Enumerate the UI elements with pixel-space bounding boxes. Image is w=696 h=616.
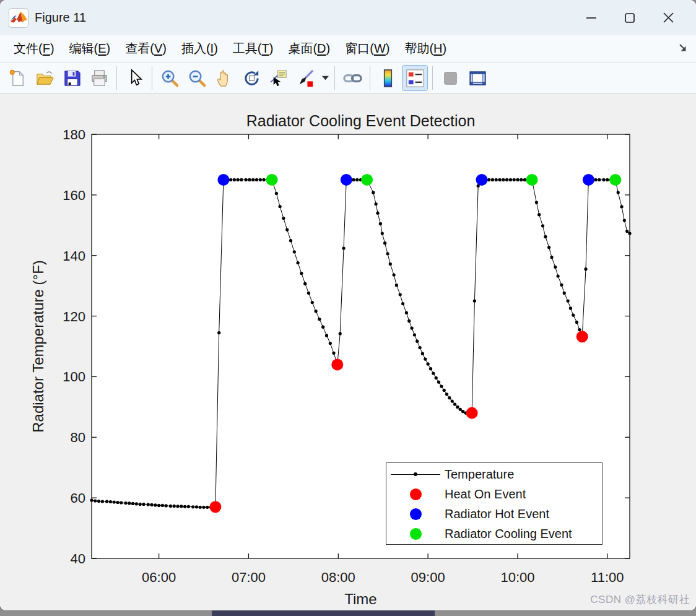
maximize-icon [624,12,635,24]
y-tick-label: 160 [63,188,85,203]
menu-item-7[interactable]: 帮助(H) [397,39,454,58]
legend-entry-2: Radiator Hot Event [386,504,602,524]
toolbar-separator [152,66,152,90]
legend-label: Radiator Hot Event [445,507,549,521]
menu-bar: 文件(F)编辑(E)查看(V)插入(I)工具(T)桌面(D)窗口(W)帮助(H) [0,35,696,63]
insert-legend-icon[interactable] [402,65,428,91]
legend-entry-3: Radiator Cooling Event [386,524,602,544]
menu-item-3[interactable]: 插入(I) [174,39,225,58]
menu-item-2[interactable]: 查看(V) [118,39,174,58]
toolbar-separator [370,66,370,90]
pan-icon[interactable] [211,65,237,91]
x-tick-label: 06:00 [142,570,176,585]
edit-plot-cursor-icon[interactable] [121,65,147,91]
save-figure-icon[interactable] [59,65,85,91]
hide-plot-tools-icon [437,65,463,91]
y-tick-label: 120 [63,309,85,324]
menu-item-0[interactable]: 文件(F) [6,39,62,58]
menu-item-1[interactable]: 编辑(E) [62,39,118,58]
chart-title: Radiator Cooling Event Detection [246,112,476,129]
minimize-button[interactable] [572,4,611,32]
y-tick-label: 180 [63,127,85,142]
figure-canvas: 06:0007:0008:0009:0010:0011:004060801001… [0,94,696,610]
menu-item-5[interactable]: 桌面(D) [281,39,337,58]
legend-label: Temperature [445,467,514,482]
toolbar-separator [432,66,433,90]
legend-line-swatch [391,474,440,475]
figure-toolbar [0,63,696,94]
menu-item-4[interactable]: 工具(T) [225,39,281,58]
legend-entry-1: Heat On Event [386,484,602,504]
title-bar[interactable]: Figure 11 [0,0,696,35]
x-tick-label: 11:00 [591,570,624,585]
minimize-icon [586,12,597,24]
matlab-logo-icon [9,8,28,28]
legend-label: Heat On Event [445,487,526,501]
maximize-button[interactable] [611,4,649,32]
dock-figure-arrow-icon[interactable] [677,43,689,54]
background-taskbar-sliver [212,610,435,616]
x-tick-label: 09:00 [411,570,445,585]
print-figure-icon[interactable] [86,65,112,91]
dock-figure-tools-icon[interactable] [464,65,490,91]
zoom-in-icon[interactable] [157,65,183,91]
data-cursor-icon[interactable] [266,65,292,91]
link-plot-icon[interactable] [339,65,365,91]
legend-label: Radiator Cooling Event [445,527,572,541]
toolbar-separator [116,66,117,90]
insert-colorbar-icon[interactable] [375,65,401,91]
new-figure-icon[interactable] [4,65,30,91]
legend-entry-0: Temperature [386,464,602,484]
toolbar-separator [334,66,335,90]
x-tick-label: 08:00 [321,570,355,585]
open-file-icon[interactable] [32,65,58,91]
window-title: Figure 11 [35,11,86,25]
menu-item-6[interactable]: 窗口(W) [337,39,397,58]
y-tick-label: 140 [63,248,85,264]
close-button[interactable] [649,4,687,32]
brush-dropdown-caret-icon[interactable] [320,65,330,91]
legend-marker-swatch [410,508,422,520]
brush-data-icon[interactable] [293,65,319,91]
y-tick-label: 60 [71,490,85,506]
legend-marker-swatch [410,528,422,540]
y-tick-label: 80 [71,430,85,445]
x-axis-label: Time [344,591,376,607]
y-axis-label: Radiator Temperature (°F) [30,260,46,433]
x-tick-label: 10:00 [500,570,534,585]
zoom-out-icon[interactable] [184,65,210,91]
y-tick-label: 100 [63,369,85,384]
rotate-3d-icon[interactable] [238,65,264,91]
figure-window: Figure 11 文件(F)编辑(E)查看(V)插入(I)工具(T)桌面(D)… [0,0,696,610]
legend-box[interactable]: TemperatureHeat On EventRadiator Hot Eve… [386,462,602,545]
close-icon [663,12,674,24]
legend-marker-swatch [410,488,422,500]
watermark: CSDN @荔枝科研社 [590,592,690,607]
x-tick-label: 07:00 [232,570,266,585]
y-tick-label: 40 [71,551,85,566]
